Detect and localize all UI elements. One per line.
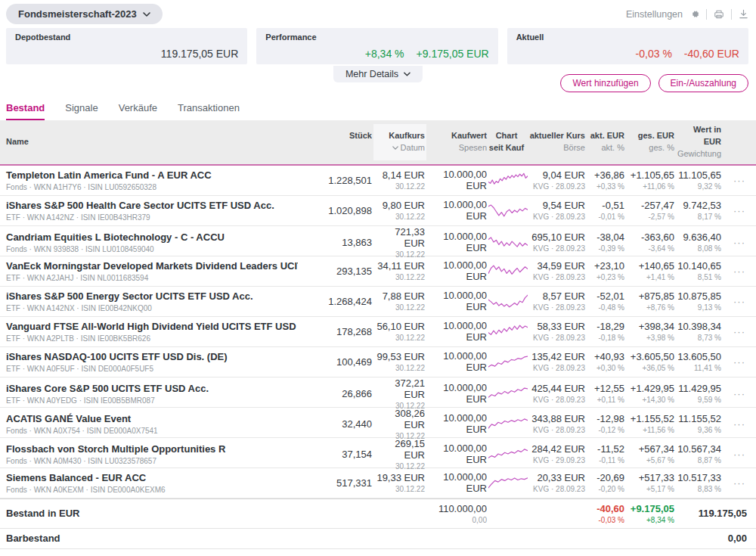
settings-label[interactable]: Einstellungen	[626, 9, 683, 20]
fund-name[interactable]: Flossbach von Storch Multiple Opportunit…	[6, 443, 296, 455]
col-ges[interactable]: ges. EURges. %	[626, 130, 676, 154]
kurs-cell: 9,04 EURKVG · 28.09.23	[526, 169, 587, 191]
fund-name[interactable]: VanEck Morningstar Developed Markets Div…	[6, 260, 296, 272]
col-wert[interactable]: Wert in EURGewichtung	[676, 124, 723, 160]
kaufwert-cell: 10.000,00 EUR	[426, 382, 488, 405]
fund-name[interactable]: iShares NASDAQ-100 UCITS ETF USD Dis. (D…	[6, 351, 296, 362]
col-name[interactable]: Name	[0, 136, 298, 148]
more-details-label: Mehr Details	[345, 69, 398, 79]
sparkline-chart[interactable]	[488, 384, 526, 403]
tab-signale[interactable]: Signale	[65, 102, 98, 120]
fund-name-cell[interactable]: iShares Core S&P 500 UCITS ETF USD Acc. …	[0, 383, 298, 405]
payment-button[interactable]: Ein-/Auszahlung	[658, 74, 748, 92]
table-row[interactable]: Candriam Equities L Biotechnology - C - …	[0, 226, 756, 256]
tab-verkaeufe[interactable]: Verkäufe	[119, 102, 157, 120]
row-menu-button[interactable]: ···	[723, 296, 756, 307]
row-menu-button[interactable]: ···	[723, 266, 756, 277]
sparkline-chart[interactable]	[488, 170, 526, 190]
sparkline-chart[interactable]	[488, 200, 526, 220]
table-row[interactable]: Siemens Balanced - EUR ACC Fonds · WKN A…	[0, 468, 756, 499]
fund-name-cell[interactable]: VanEck Morningstar Developed Markets Div…	[0, 260, 298, 282]
col-kaufkurs-sorted[interactable]: Kaufkurs Datum	[373, 124, 426, 160]
fund-name-cell[interactable]: Vanguard FTSE All-World High Dividend Yi…	[0, 321, 298, 343]
row-menu-button[interactable]: ···	[723, 326, 756, 337]
kurs-cell: 34,59 EURKVG · 28.09.23	[526, 260, 587, 281]
fund-name[interactable]: ACATIS GANÉ Value Event	[6, 413, 296, 424]
col-akt[interactable]: akt. EURakt. %	[587, 130, 626, 154]
row-menu-button[interactable]: ···	[723, 418, 756, 430]
fund-name-cell[interactable]: Siemens Balanced - EUR ACC Fonds · WKN A…	[0, 472, 298, 494]
fund-name[interactable]: Candriam Equities L Biotechnology - C - …	[6, 231, 296, 243]
footer-akt: -40,60 -0,03 %	[587, 503, 626, 524]
row-menu-button[interactable]: ···	[723, 356, 756, 368]
fund-name-cell[interactable]: ACATIS GANÉ Value Event Fonds · WKN A0X7…	[0, 413, 298, 435]
fund-name[interactable]: iShares S&P 500 Energy Sector UCITS ETF …	[6, 290, 296, 302]
row-menu-button[interactable]: ···	[723, 388, 756, 399]
fund-name-cell[interactable]: iShares NASDAQ-100 UCITS ETF USD Dis. (D…	[0, 351, 298, 373]
tab-bar: Bestand Signale Verkäufe Transaktionen	[0, 95, 756, 120]
table-row[interactable]: Vanguard FTSE All-World High Dividend Yi…	[0, 317, 756, 347]
fund-name-cell[interactable]: Templeton Latin America Fund - A EUR ACC…	[0, 169, 298, 191]
wert-cell: 13.605,5011,41 %	[676, 351, 723, 372]
gear-icon[interactable]	[689, 9, 699, 19]
more-details-button[interactable]: Mehr Details	[333, 66, 423, 82]
add-value-button[interactable]: Wert hinzufügen	[560, 74, 650, 92]
fund-name[interactable]: Siemens Balanced - EUR ACC	[6, 472, 296, 483]
fund-name[interactable]: iShares Core S&P 500 UCITS ETF USD Acc.	[6, 383, 296, 394]
sparkline-chart[interactable]	[488, 232, 526, 252]
table-row[interactable]: VanEck Morningstar Developed Markets Div…	[0, 256, 756, 287]
stueck-cell: 1.268,424	[298, 296, 373, 307]
print-icon[interactable]	[714, 9, 724, 20]
col-chart[interactable]: Chartseit Kauf	[488, 130, 526, 154]
fund-name-cell[interactable]: Flossbach von Storch Multiple Opportunit…	[0, 443, 298, 465]
fund-meta: ETF · WKN A0YEDG · ISIN IE00B5BMR087	[6, 396, 296, 405]
footer-ges: +9.175,05 +8,34 %	[626, 503, 676, 524]
row-menu-button[interactable]: ···	[723, 237, 756, 248]
download-icon[interactable]	[739, 9, 748, 19]
sparkline-chart[interactable]	[488, 291, 526, 311]
fund-name[interactable]: Vanguard FTSE All-World High Dividend Yi…	[6, 321, 296, 332]
row-menu-button[interactable]: ···	[723, 477, 756, 489]
col-stueck[interactable]: Stück	[298, 130, 373, 154]
fund-name[interactable]: iShares S&P 500 Health Care Sector UCITS…	[6, 200, 296, 211]
sparkline-chart[interactable]	[488, 473, 526, 492]
wert-cell: 10.875,859,13 %	[676, 290, 723, 312]
summary-cards: Depotbestand 119.175,05 EUR Performance …	[0, 26, 756, 64]
depot-value: 119.175,05 EUR	[161, 48, 238, 60]
col-kurs[interactable]: aktueller KursBörse	[526, 130, 587, 154]
row-menu-button[interactable]: ···	[723, 449, 756, 460]
ellipsis-icon: ···	[733, 356, 745, 368]
fund-name-cell[interactable]: iShares S&P 500 Energy Sector UCITS ETF …	[0, 290, 298, 312]
fund-meta: ETF · WKN A2JAHJ · ISIN NL0011683594	[6, 274, 296, 282]
card-aktuell: Aktuell -0,03 % -40,60 EUR	[507, 28, 748, 64]
portfolio-selector[interactable]: Fondsmeisterschaft-2023	[6, 4, 163, 24]
table-row[interactable]: iShares S&P 500 Energy Sector UCITS ETF …	[0, 287, 756, 317]
sparkline-chart[interactable]	[488, 444, 526, 464]
fund-name-cell[interactable]: iShares S&P 500 Health Care Sector UCITS…	[0, 200, 298, 222]
fund-name[interactable]: Templeton Latin America Fund - A EUR ACC	[6, 169, 296, 181]
sparkline-chart[interactable]	[488, 414, 526, 433]
wert-cell: 9.742,538,17 %	[676, 200, 723, 221]
tab-transaktionen[interactable]: Transaktionen	[178, 102, 240, 120]
table-row[interactable]: iShares Core S&P 500 UCITS ETF USD Acc. …	[0, 377, 756, 408]
sparkline-chart[interactable]	[488, 261, 526, 281]
akt-cell: +12,55+0,11 %	[587, 383, 626, 404]
fund-name-cell[interactable]: Candriam Equities L Biotechnology - C - …	[0, 231, 298, 253]
kaufwert-cell: 10.000,00 EUR	[426, 443, 488, 465]
sparkline-chart[interactable]	[488, 321, 526, 341]
tab-bestand[interactable]: Bestand	[6, 102, 45, 120]
table-row[interactable]: iShares NASDAQ-100 UCITS ETF USD Dis. (D…	[0, 347, 756, 377]
sparkline-chart[interactable]	[488, 352, 526, 371]
row-menu-button[interactable]: ···	[723, 175, 756, 186]
table-row[interactable]: Templeton Latin America Fund - A EUR ACC…	[0, 166, 756, 196]
row-menu-button[interactable]: ···	[723, 205, 756, 216]
kaufkurs-cell: 372,21 EUR30.12.22	[373, 377, 426, 410]
footer-label: Bestand in EUR	[0, 508, 298, 519]
aktuell-value: -40,60 EUR	[684, 48, 739, 60]
table-row[interactable]: Flossbach von Storch Multiple Opportunit…	[0, 438, 756, 468]
col-kaufwert[interactable]: KaufwertSpesen	[426, 130, 488, 154]
footer-label: Barbestand	[0, 533, 298, 544]
holdings-rows: Templeton Latin America Fund - A EUR ACC…	[0, 166, 756, 499]
table-row[interactable]: iShares S&P 500 Health Care Sector UCITS…	[0, 196, 756, 226]
table-row[interactable]: ACATIS GANÉ Value Event Fonds · WKN A0X7…	[0, 408, 756, 438]
